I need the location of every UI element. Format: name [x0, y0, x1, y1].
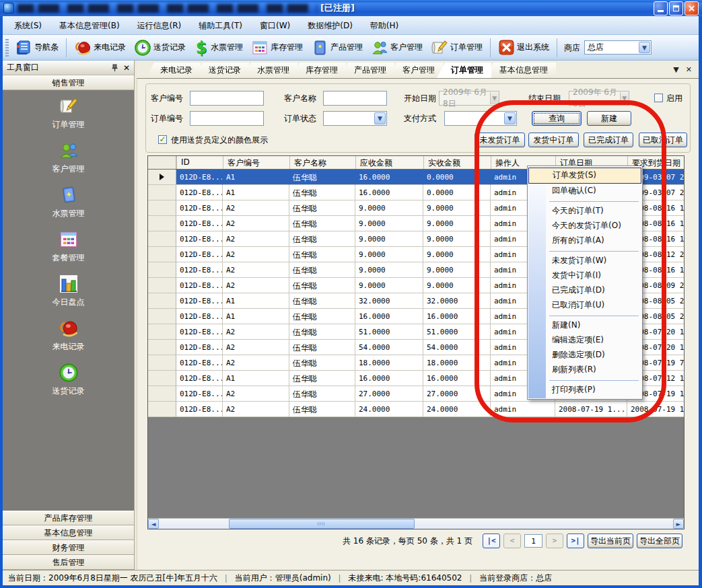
sidebar-item-water-ticket[interactable]: 水票管理	[52, 185, 85, 219]
restore-button[interactable]	[669, 1, 683, 15]
export-all-pages-button[interactable]: 导出全部页	[637, 534, 682, 548]
new-button[interactable]: 新建	[587, 111, 631, 126]
sidebar-section[interactable]: 售后管理	[3, 555, 134, 570]
menubar-item[interactable]: 基本信息管理(B)	[50, 17, 129, 34]
table-column-header[interactable]: ID	[176, 156, 223, 169]
customer-name-input[interactable]	[323, 91, 387, 106]
row-selector-cell[interactable]	[148, 402, 176, 417]
row-selector-cell[interactable]	[148, 200, 176, 216]
context-menu-item[interactable]: 发货中订单(I)	[528, 268, 642, 283]
row-selector-cell[interactable]	[148, 262, 176, 278]
sidebar-group-sales[interactable]: 销售管理	[3, 75, 134, 90]
menubar-item[interactable]: 运行信息(R)	[129, 17, 190, 34]
toolbar-button-navigator[interactable]: 导航条	[11, 38, 62, 58]
sidebar-item-orders[interactable]: 订单管理	[52, 96, 85, 131]
row-selector-cell[interactable]	[148, 278, 176, 293]
filter-shipping-button[interactable]: 发货中订单	[528, 133, 579, 147]
table-column-header[interactable]: 客户编号	[223, 156, 289, 169]
close-panel-icon[interactable]: ✕	[123, 64, 130, 72]
table-column-header[interactable]: 客户名称	[289, 156, 355, 169]
sidebar-item-daily-inventory[interactable]: 今日盘点	[52, 274, 85, 308]
toolbar-button-exit[interactable]: 退出系统	[495, 38, 553, 57]
row-selector-cell[interactable]	[148, 170, 176, 185]
context-menu-item[interactable]: 所有的订单(A)	[528, 233, 642, 248]
sidebar-section[interactable]: 基本信息管理	[3, 525, 134, 540]
store-select[interactable]: 总店 ▼	[584, 40, 652, 54]
context-menu-item[interactable]: 订单发货(S)	[528, 168, 641, 184]
filter-cancelled-button[interactable]: 已取消订单	[639, 133, 687, 147]
context-menu-item[interactable]: 编辑选定项(E)	[528, 333, 642, 348]
order-no-input[interactable]	[190, 111, 264, 126]
context-menu-item[interactable]: 新建(N)	[528, 318, 642, 333]
start-date-picker[interactable]: 2009年 6月 8日 ▼	[439, 91, 499, 106]
customer-no-input[interactable]	[190, 91, 264, 106]
sidebar-item-packages[interactable]: 套餐管理	[52, 229, 85, 264]
context-menu-item[interactable]: 已完成订单(D)	[528, 283, 642, 298]
pin-icon[interactable]	[111, 64, 118, 72]
table-row[interactable]: 012D-E8...A2伍华聪24.000024.0000admin2008-0…	[148, 402, 684, 417]
tab-close-icon[interactable]: ✕	[686, 65, 692, 74]
table-column-header[interactable]: 实收金额	[423, 156, 491, 169]
menubar-item[interactable]: 数据维护(D)	[299, 17, 361, 34]
row-selector-cell[interactable]	[148, 386, 176, 402]
context-menu-item[interactable]: 回单确认(C)	[528, 184, 642, 198]
tab-4[interactable]: 库存管理	[291, 63, 346, 78]
next-page-button[interactable]: >	[546, 534, 563, 548]
payment-select[interactable]: ▼	[444, 111, 517, 126]
last-page-button[interactable]: >|	[567, 534, 584, 548]
menubar-item[interactable]: 帮助(H)	[361, 17, 407, 34]
sidebar-item-customers[interactable]: 客户管理	[52, 141, 85, 175]
table-column-header[interactable]: 应收金额	[355, 156, 423, 169]
filter-unshipped-button[interactable]: 未发货订单	[475, 133, 525, 147]
menubar-item[interactable]: 系统(S)	[5, 17, 50, 34]
row-selector-cell[interactable]	[148, 340, 176, 355]
context-menu-item[interactable]: 未发货订单(W)	[528, 254, 642, 268]
order-status-select[interactable]: ▼	[323, 111, 387, 126]
row-selector-cell[interactable]	[148, 371, 176, 386]
context-menu-item[interactable]: 打印列表(P)	[528, 383, 642, 398]
row-selector-cell[interactable]	[148, 309, 176, 324]
row-selector-cell[interactable]	[148, 293, 176, 309]
sidebar-item-delivery-log[interactable]: 送货记录	[52, 363, 85, 397]
context-menu-item[interactable]: 已取消订单(U)	[528, 298, 642, 313]
filter-completed-button[interactable]: 已完成订单	[584, 133, 633, 147]
end-date-picker[interactable]: 2009年 6月 8日 ▼	[569, 91, 629, 106]
toolbar-button-orders[interactable]: 订单管理	[427, 38, 486, 58]
scroll-left-icon[interactable]: ◄	[148, 519, 159, 529]
context-menu-item[interactable]: 今天的订单(T)	[528, 204, 642, 219]
menubar-item[interactable]: 窗口(W)	[251, 17, 299, 34]
export-current-page-button[interactable]: 导出当前页	[588, 534, 633, 548]
toolbar-button-call-log[interactable]: 来电记录	[71, 38, 129, 58]
tab-1[interactable]: 来电记录	[146, 63, 201, 78]
context-menu-item[interactable]: 刷新列表(R)	[528, 363, 642, 377]
sidebar-section[interactable]: 财务管理	[3, 540, 134, 555]
tab-6[interactable]: 客户管理	[388, 63, 443, 78]
row-selector-cell[interactable]	[148, 216, 176, 231]
toolbar-button-delivery-log[interactable]: 送货记录	[131, 38, 189, 58]
chevron-down-icon[interactable]: ▼	[639, 42, 650, 53]
row-selector-cell[interactable]	[148, 185, 176, 200]
color-display-checkbox[interactable]	[158, 135, 167, 144]
toolbar-button-products[interactable]: 产品管理	[308, 38, 366, 58]
scrollbar-track[interactable]	[159, 519, 673, 529]
enable-date-checkbox[interactable]	[654, 94, 663, 102]
tab-list-dropdown-icon[interactable]: ▼	[673, 65, 678, 74]
tab-5[interactable]: 产品管理	[340, 63, 394, 78]
tab-2[interactable]: 送货记录	[195, 63, 249, 78]
context-menu-item[interactable]: 今天的发货订单(O)	[528, 219, 642, 233]
scroll-right-icon[interactable]: ►	[673, 519, 684, 529]
row-selector-cell[interactable]	[148, 247, 176, 262]
row-selector-cell[interactable]	[148, 324, 176, 340]
tab-7[interactable]: 订单管理	[437, 63, 491, 78]
first-page-button[interactable]: |<	[483, 534, 500, 548]
scrollbar-thumb[interactable]	[229, 519, 415, 529]
sidebar-section[interactable]: 产品库存管理	[3, 511, 134, 525]
page-number-input[interactable]	[524, 534, 542, 548]
close-button[interactable]: ×	[685, 1, 699, 15]
toolbar-button-inventory[interactable]: 库存管理	[248, 38, 306, 58]
row-selector-cell[interactable]	[148, 355, 176, 371]
menubar-item[interactable]: 辅助工具(T)	[190, 17, 251, 34]
query-button[interactable]: 查询	[532, 111, 582, 126]
row-selector-cell[interactable]	[148, 231, 176, 247]
sidebar-item-call-log[interactable]: 来电记录	[52, 318, 85, 353]
